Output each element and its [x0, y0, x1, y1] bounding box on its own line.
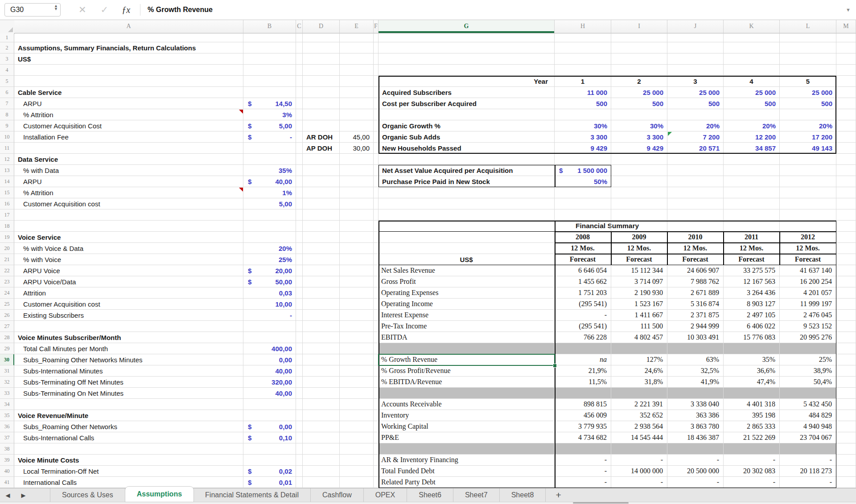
- cell-D29[interactable]: [303, 343, 340, 354]
- cell-A36[interactable]: Subs_Roaming Other Networks: [14, 421, 243, 432]
- cell-E38[interactable]: [340, 443, 374, 455]
- cell-B39[interactable]: [243, 455, 296, 466]
- cell-F4[interactable]: [374, 65, 379, 76]
- formula-bar-expand-icon[interactable]: ▼: [846, 7, 851, 12]
- cell-I14[interactable]: [611, 176, 667, 187]
- cell-E25[interactable]: [340, 299, 374, 310]
- cell-M27[interactable]: [836, 321, 856, 332]
- cell-L25[interactable]: 11 999 197: [780, 299, 836, 310]
- cell-M24[interactable]: [836, 287, 856, 299]
- cell-F6[interactable]: [374, 87, 379, 98]
- cell-G17[interactable]: [379, 209, 555, 221]
- cell-G1[interactable]: [379, 33, 555, 42]
- cell-L6[interactable]: 25 000: [780, 87, 836, 98]
- cell-K36[interactable]: 2 865 333: [724, 421, 780, 432]
- column-header-C[interactable]: C: [296, 20, 303, 33]
- cell-I24[interactable]: 2 190 930: [611, 287, 667, 299]
- cell-L20[interactable]: 12 Mos.: [780, 243, 836, 254]
- cell-L5[interactable]: 5: [780, 76, 836, 87]
- cell-M22[interactable]: [836, 265, 856, 276]
- row-header-1[interactable]: 1: [0, 33, 14, 42]
- cell-L17[interactable]: [780, 209, 836, 221]
- cell-L1[interactable]: [780, 33, 836, 42]
- row-header-5[interactable]: 5: [0, 76, 14, 87]
- cell-B23[interactable]: $50,00: [243, 276, 296, 287]
- cell-F39[interactable]: [374, 455, 379, 466]
- cell-K32[interactable]: 47,4%: [724, 377, 780, 388]
- cell-H37[interactable]: 4 734 682: [555, 432, 611, 443]
- cell-H39[interactable]: -: [555, 455, 611, 466]
- cell-C39[interactable]: [296, 455, 303, 466]
- cell-A34[interactable]: [14, 399, 243, 410]
- cell-L23[interactable]: 16 200 254: [780, 276, 836, 287]
- cell-L27[interactable]: 9 523 152: [780, 321, 836, 332]
- cell-J20[interactable]: 12 Mos.: [667, 243, 724, 254]
- cell-D16[interactable]: [303, 198, 340, 209]
- cell-E20[interactable]: [340, 243, 374, 254]
- cell-E21[interactable]: [340, 254, 374, 265]
- cell-G34[interactable]: Accounts Receivable: [379, 399, 555, 410]
- cell-B8[interactable]: 3%: [243, 109, 296, 120]
- cell-L16[interactable]: [780, 198, 836, 209]
- cell-E4[interactable]: [340, 65, 374, 76]
- cell-M33[interactable]: [836, 388, 856, 399]
- cell-B34[interactable]: [243, 399, 296, 410]
- cell-K38[interactable]: [724, 443, 780, 455]
- cell-H7[interactable]: 500: [555, 98, 611, 109]
- cell-J32[interactable]: 41,9%: [667, 377, 724, 388]
- row-header-6[interactable]: 6: [0, 87, 14, 98]
- cell-I25[interactable]: 1 523 167: [611, 299, 667, 310]
- cell-G25[interactable]: Operating Income: [379, 299, 555, 310]
- cell-K10[interactable]: 12 200: [724, 131, 780, 143]
- cell-J27[interactable]: 2 944 999: [667, 321, 724, 332]
- cell-A10[interactable]: Installation Fee: [14, 131, 243, 143]
- cell-M5[interactable]: [836, 76, 856, 87]
- cell-G37[interactable]: PP&E: [379, 432, 555, 443]
- cell-E24[interactable]: [340, 287, 374, 299]
- cell-I6[interactable]: 25 000: [611, 87, 667, 98]
- cell-L7[interactable]: 500: [780, 98, 836, 109]
- cell-C21[interactable]: [296, 254, 303, 265]
- cell-J8[interactable]: [667, 109, 724, 120]
- cell-K1[interactable]: [724, 33, 780, 42]
- cell-H13[interactable]: $1 500 000: [555, 165, 611, 176]
- cell-F38[interactable]: [374, 443, 379, 455]
- cell-I37[interactable]: 14 545 444: [611, 432, 667, 443]
- cell-F27[interactable]: [374, 321, 379, 332]
- cell-G2[interactable]: [379, 42, 555, 53]
- cell-A1[interactable]: [14, 33, 243, 42]
- cell-B32[interactable]: 320,00: [243, 377, 296, 388]
- cell-E40[interactable]: [340, 466, 374, 477]
- cell-B16[interactable]: 5,00: [243, 198, 296, 209]
- cell-F21[interactable]: [374, 254, 379, 265]
- cell-D32[interactable]: [303, 377, 340, 388]
- cell-F10[interactable]: [374, 131, 379, 143]
- column-header-B[interactable]: B: [243, 20, 296, 33]
- cell-H17[interactable]: [555, 209, 611, 221]
- cell-E35[interactable]: [340, 410, 374, 421]
- cell-E28[interactable]: [340, 332, 374, 343]
- cell-I4[interactable]: [611, 65, 667, 76]
- cell-E23[interactable]: [340, 276, 374, 287]
- cell-D14[interactable]: [303, 176, 340, 187]
- cell-A33[interactable]: Subs-Terminating On Net Minutes: [14, 388, 243, 399]
- cell-L32[interactable]: 50,4%: [780, 377, 836, 388]
- cell-A15[interactable]: % Attrition: [14, 187, 243, 198]
- cell-F9[interactable]: [374, 120, 379, 131]
- cell-J25[interactable]: 5 316 874: [667, 299, 724, 310]
- cell-H12[interactable]: [555, 154, 611, 165]
- cell-H6[interactable]: 11 000: [555, 87, 611, 98]
- row-header-14[interactable]: 14: [0, 176, 14, 187]
- cell-C34[interactable]: [296, 399, 303, 410]
- cell-J23[interactable]: 7 988 762: [667, 276, 724, 287]
- cell-E26[interactable]: [340, 310, 374, 321]
- cell-E32[interactable]: [340, 377, 374, 388]
- cell-I40[interactable]: 14 000 000: [611, 466, 667, 477]
- cell-F8[interactable]: [374, 109, 379, 120]
- cell-K41[interactable]: -: [724, 477, 780, 488]
- cell-A11[interactable]: [14, 143, 243, 154]
- cell-K6[interactable]: 25 000: [724, 87, 780, 98]
- cell-F22[interactable]: [374, 265, 379, 276]
- cell-H11[interactable]: 9 429: [555, 143, 611, 154]
- cell-H29[interactable]: [555, 343, 611, 354]
